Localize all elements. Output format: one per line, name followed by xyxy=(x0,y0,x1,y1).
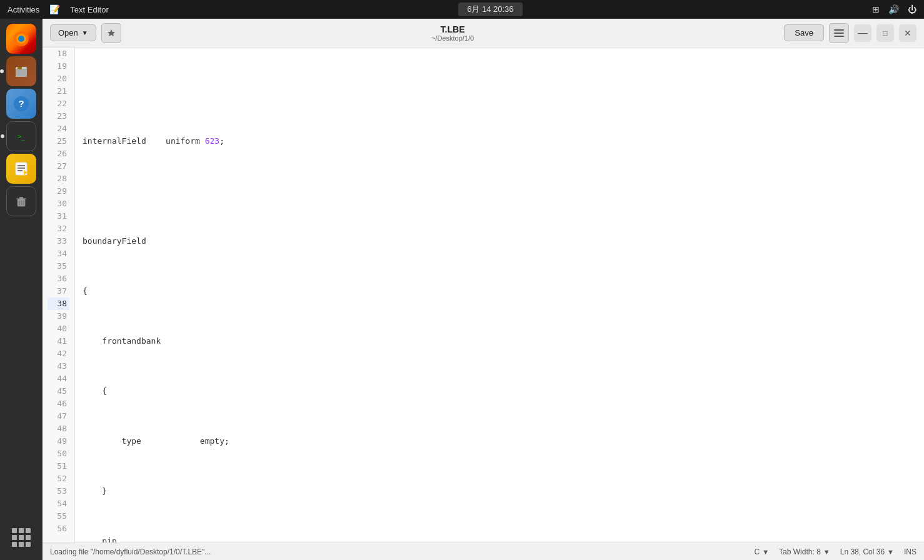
system-bar-datetime: 6月 14 20:36 xyxy=(458,2,522,16)
line-num-19: 19 xyxy=(48,60,69,72)
language-chevron-icon: ▼ xyxy=(762,548,769,556)
sidebar-item-help[interactable]: ? xyxy=(6,89,36,119)
system-bar-right: ⊞ 🔊 ⏻ xyxy=(872,4,916,14)
line-num-43: 43 xyxy=(48,360,69,372)
svg-rect-5 xyxy=(18,67,22,69)
code-line-25: type empty; xyxy=(83,435,924,448)
save-button[interactable]: Save xyxy=(784,24,824,41)
code-line-21: boundaryField xyxy=(83,235,924,248)
sidebar-item-terminal[interactable]: >_ xyxy=(6,121,36,151)
line-num-44: 44 xyxy=(48,372,69,385)
line-num-20: 20 xyxy=(48,72,69,85)
open-chevron-icon: ▼ xyxy=(82,29,88,36)
sidebar-item-trash[interactable] xyxy=(6,186,36,216)
tab-width-label: Tab Width: 8 xyxy=(779,548,821,556)
file-path: ~/Desktop/1/0 xyxy=(431,34,474,42)
grid-icon xyxy=(12,528,31,547)
code-line-27: pip xyxy=(83,535,924,542)
system-bar-left: Activities 📝 Text Editor xyxy=(8,4,109,14)
cursor-chevron-icon: ▼ xyxy=(887,548,894,556)
line-num-30: 30 xyxy=(48,198,69,210)
line-num-41: 41 xyxy=(48,335,69,348)
menu-line-2 xyxy=(834,32,844,34)
code-line-20 xyxy=(83,185,924,198)
line-num-46: 46 xyxy=(48,398,69,410)
main-layout: ? >_ xyxy=(0,19,924,560)
code-line-22: { xyxy=(83,285,924,298)
code-line-24: { xyxy=(83,385,924,398)
sidebar-apps-grid[interactable] xyxy=(6,522,36,552)
sidebar-item-firefox[interactable] xyxy=(6,24,36,54)
maximize-button[interactable]: □ xyxy=(876,24,894,42)
line-num-36: 36 xyxy=(48,272,69,285)
svg-rect-4 xyxy=(16,69,27,77)
code-content[interactable]: internalField uniform 623; boundaryField… xyxy=(75,48,924,542)
line-num-54: 54 xyxy=(48,498,69,510)
file-title: T.LBE xyxy=(441,24,465,34)
status-bar: Loading file "/home/dyfluid/Desktop/1/0/… xyxy=(43,542,924,560)
ins-label: INS xyxy=(904,548,916,556)
toolbar-left: Open ▼ xyxy=(50,23,121,43)
volume-icon: 🔊 xyxy=(888,4,899,14)
line-num-22: 22 xyxy=(48,98,69,110)
sidebar-item-files[interactable] xyxy=(6,56,36,86)
toolbar-center: T.LBE ~/Desktop/1/0 xyxy=(431,24,474,42)
editor-toolbar: Open ▼ T.LBE ~/Desktop/1/0 Save xyxy=(43,19,924,48)
line-num-18: 18 xyxy=(48,48,69,60)
line-num-49: 49 xyxy=(48,435,69,448)
tab-width-selector[interactable]: Tab Width: 8 ▼ xyxy=(779,548,830,556)
line-num-28: 28 xyxy=(48,172,69,185)
line-num-27: 27 xyxy=(48,160,69,172)
minimize-button[interactable]: — xyxy=(854,24,871,42)
line-num-40: 40 xyxy=(48,322,69,335)
code-line-23: frontandbank xyxy=(83,335,924,348)
line-num-53: 53 xyxy=(48,485,69,498)
line-num-48: 48 xyxy=(48,422,69,435)
line-num-21: 21 xyxy=(48,85,69,98)
line-num-42: 42 xyxy=(48,348,69,360)
status-right: C ▼ Tab Width: 8 ▼ Ln 38, Col 36 ▼ INS xyxy=(755,548,916,556)
line-num-24: 24 xyxy=(48,122,69,135)
line-num-25: 25 xyxy=(48,135,69,148)
active-indicator-terminal xyxy=(1,134,4,138)
menu-line-1 xyxy=(834,29,844,31)
open-label: Open xyxy=(58,28,78,38)
code-line-18 xyxy=(83,85,924,98)
line-num-32: 32 xyxy=(48,222,69,235)
line-num-55: 55 xyxy=(48,510,69,522)
line-num-50: 50 xyxy=(48,448,69,460)
menu-line-3 xyxy=(834,36,844,37)
power-icon: ⏻ xyxy=(908,4,916,14)
close-button[interactable]: ✕ xyxy=(899,24,916,42)
line-num-51: 51 xyxy=(48,460,69,472)
code-editor[interactable]: 18 19 20 21 22 23 24 25 26 27 28 29 30 3… xyxy=(43,48,924,542)
svg-point-2 xyxy=(18,36,24,42)
line-num-38-active: 38 xyxy=(48,298,69,310)
sidebar-item-editor[interactable] xyxy=(6,154,36,184)
open-button[interactable]: Open ▼ xyxy=(50,24,96,41)
toolbar-right: Save — □ ✕ xyxy=(784,23,916,43)
activities-label[interactable]: Activities xyxy=(8,5,39,14)
line-numbers: 18 19 20 21 22 23 24 25 26 27 28 29 30 3… xyxy=(43,48,75,542)
status-loading-text: Loading file "/home/dyfluid/Desktop/1/0/… xyxy=(50,548,755,556)
line-num-56: 56 xyxy=(48,522,69,535)
line-num-31: 31 xyxy=(48,210,69,222)
sidebar: ? >_ xyxy=(0,19,43,560)
ins-mode: INS xyxy=(904,548,916,556)
pin-button[interactable] xyxy=(101,23,121,43)
menu-button[interactable] xyxy=(829,23,849,43)
line-num-39: 39 xyxy=(48,310,69,322)
active-indicator xyxy=(0,69,4,73)
line-num-52: 52 xyxy=(48,472,69,485)
language-selector[interactable]: C ▼ xyxy=(755,548,770,556)
line-num-26: 26 xyxy=(48,148,69,160)
code-line-26: } xyxy=(83,485,924,498)
app-icon: 📝 xyxy=(49,4,60,14)
cursor-position[interactable]: Ln 38, Col 36 ▼ xyxy=(840,548,894,556)
line-num-35: 35 xyxy=(48,260,69,272)
line-num-29: 29 xyxy=(48,185,69,198)
code-line-19: internalField uniform 623; xyxy=(83,135,924,148)
editor-container: Open ▼ T.LBE ~/Desktop/1/0 Save xyxy=(43,19,924,560)
line-num-37: 37 xyxy=(48,285,69,298)
app-name: Text Editor xyxy=(70,5,108,14)
